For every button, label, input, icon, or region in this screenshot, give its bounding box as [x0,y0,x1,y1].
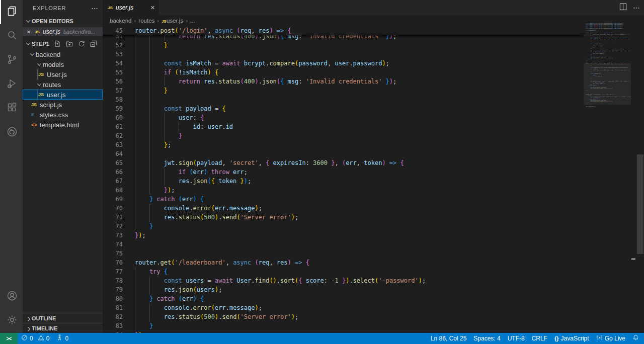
code-line[interactable]: 61id: user.id [103,122,584,131]
code-line[interactable]: 60user: { [103,113,584,122]
new-folder-icon[interactable] [65,40,73,48]
source-control-icon [6,53,18,67]
source-control-activity-button[interactable] [0,48,23,72]
status-item-ln-86-col-25[interactable]: Ln 86, Col 25 [427,333,470,344]
code-line[interactable]: 77try { [103,267,584,276]
extensions-activity-button[interactable] [0,97,23,121]
code-line[interactable]: 62} [103,131,584,140]
line-number: 67 [103,177,123,186]
tree-item-backend[interactable]: backend [23,49,103,59]
code-editor[interactable]: 45router.post('/login', async (req, res)… [103,26,644,333]
workspace-section-header[interactable]: STEP1 [23,38,103,49]
ports-count: 0 [65,335,68,342]
tree-item-models[interactable]: models [23,59,103,69]
breadcrumb-item[interactable]: routes [138,18,154,24]
explorer-sidebar: EXPLORER ⋯ OPEN EDITORS ✕ JS user.js bac… [23,0,103,333]
css-file-icon: # [31,112,40,117]
line-number: 64 [103,149,123,158]
github-activity-button[interactable] [0,121,23,145]
tree-item-script-js[interactable]: JSscript.js [23,100,103,110]
gear-icon [6,314,18,328]
sidebar-bottom-panels: OUTLINETIMELINE [23,313,103,333]
notifications-bell[interactable] [629,333,644,344]
code-line[interactable]: 81console.error(err.message); [103,303,584,312]
breadcrumb-item[interactable]: JSuser.js [162,18,183,24]
code-line[interactable]: 78const users = await User.find().sort({… [103,276,584,285]
panel-timeline[interactable]: TIMELINE [23,323,103,333]
code-line[interactable]: 57} [103,86,584,95]
status-item-javascript[interactable]: {}JavaScript [551,333,593,344]
chevron-down-icon [36,81,43,88]
tree-item-template-html[interactable]: <>template.html [23,120,103,130]
code-line[interactable]: 68}); [103,186,584,195]
code-line[interactable]: 53 [103,50,584,59]
tab-bar: JS user.js ✕ ⋯ [103,0,644,15]
code-line[interactable]: 73}); [103,231,584,240]
tab-close-icon[interactable]: ✕ [150,5,155,11]
warning-icon [38,334,44,342]
code-line[interactable]: 76router.get('/leaderboard', async (req,… [103,258,584,267]
tree-item-user-js[interactable]: JSuser.js [23,90,103,100]
code-line[interactable]: 64 [103,149,584,158]
code-line[interactable]: 69} catch (err) { [103,195,584,204]
minimap-slider[interactable] [584,63,631,105]
code-line[interactable]: 80} catch (err) { [103,294,584,303]
code-line[interactable]: 65jwt.sign(payload, 'secret', { expiresI… [103,158,584,167]
tab-userjs[interactable]: JS user.js ✕ [103,0,159,15]
status-item-spaces-4[interactable]: Spaces: 4 [470,333,504,344]
code-line[interactable]: 52} [103,41,584,50]
code-line[interactable]: 82res.status(500).send('Server error'); [103,312,584,321]
explorer-activity-button[interactable] [0,0,23,24]
panel-outline[interactable]: OUTLINE [23,313,103,323]
status-item-go-live[interactable]: Go Live [593,333,629,344]
code-line[interactable]: 59const payload = { [103,104,584,113]
status-item-crlf[interactable]: CRLF [528,333,551,344]
search-activity-button[interactable] [0,24,23,48]
sticky-scroll-line[interactable]: 45router.post('/login', async (req, res)… [103,26,584,35]
code-line[interactable]: 83} [103,321,584,330]
problems-status[interactable]: 0 0 [18,333,53,344]
file-path: backend\ro... [63,29,96,35]
code-line[interactable]: 54const isMatch = await bcrypt.compare(p… [103,59,584,68]
tree-item-styles-css[interactable]: #styles.css [23,110,103,120]
collapse-all-icon[interactable] [90,40,98,48]
code-line[interactable]: 67res.json({ token }); [103,177,584,186]
minimap[interactable]: const isMatch = await bcrypt.compare(pas… [584,15,631,333]
close-icon[interactable]: ✕ [27,29,35,35]
breadcrumb-item[interactable]: ... [190,18,195,24]
breadcrumb-item[interactable]: backend [110,18,131,24]
open-editor-item[interactable]: ✕ JS user.js backend\ro... [23,27,103,36]
code-line[interactable]: 74 [103,240,584,249]
open-editors-header[interactable]: OPEN EDITORS [23,16,103,26]
tree-item-user-js[interactable]: JSUser.js [23,69,103,79]
code-line[interactable]: 79res.json(users); [103,285,584,294]
settings-button[interactable] [0,309,23,333]
run-debug-activity-button[interactable] [0,72,23,97]
new-file-icon[interactable] [53,40,61,48]
chevron-down-icon [36,61,43,68]
refresh-icon[interactable] [77,40,86,48]
code-line[interactable]: 71res.status(500).send('Server error'); [103,213,584,222]
remote-indicator[interactable]: >< [0,333,18,344]
code-line[interactable]: 75 [103,249,584,258]
account-button[interactable] [0,285,23,309]
ports-status[interactable]: 0 [53,333,72,344]
code-line[interactable]: 58 [103,95,584,104]
split-editor-icon[interactable] [619,3,627,13]
code-line[interactable]: 72} [103,222,584,231]
code-line[interactable]: 45router.post('/login', async (req, res)… [103,26,584,35]
code-area[interactable]: 51return res.status(400).json({ msg: 'In… [103,35,584,333]
status-item-utf-8[interactable]: UTF-8 [504,333,528,344]
code-line[interactable]: 63}; [103,140,584,149]
line-number: 76 [103,258,123,267]
editor-more-actions-icon[interactable]: ⋯ [633,4,640,12]
code-line[interactable]: 70console.error(err.message); [103,204,584,213]
code-line[interactable]: 66if (err) throw err; [103,167,584,177]
explorer-more-actions-icon[interactable]: ⋯ [91,4,99,12]
tree-item-routes[interactable]: routes [23,79,103,90]
remote-icon: >< [7,336,12,341]
scrollbar-thumb[interactable] [637,154,643,254]
code-line[interactable]: 56return res.status(400).json({ msg: 'In… [103,77,584,86]
editor-scrollbar[interactable] [631,15,644,333]
code-line[interactable]: 55if (!isMatch) { [103,68,584,77]
